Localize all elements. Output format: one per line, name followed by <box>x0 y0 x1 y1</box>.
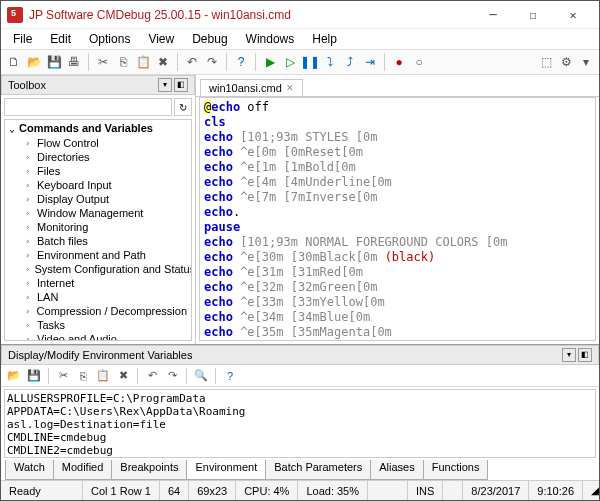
env-open-icon[interactable]: 📂 <box>5 367 23 385</box>
tree-item[interactable]: ›Keyboard Input <box>5 178 191 192</box>
tree-item[interactable]: ›Window Management <box>5 206 191 220</box>
tree-item[interactable]: ›Directories <box>5 150 191 164</box>
env-tab-functions[interactable]: Functions <box>423 460 489 480</box>
pause-icon[interactable]: ❚❚ <box>301 53 319 71</box>
tree-item[interactable]: ›LAN <box>5 290 191 304</box>
step-over-icon[interactable]: ⤴ <box>341 53 359 71</box>
toolbox-tree[interactable]: ⌄ Commands and Variables ›Flow Control›D… <box>4 119 192 341</box>
window-icon[interactable]: ⬚ <box>537 53 555 71</box>
menu-windows[interactable]: Windows <box>238 30 303 48</box>
expand-icon[interactable]: › <box>25 194 33 204</box>
tree-item[interactable]: ›Batch files <box>5 234 191 248</box>
env-find-icon[interactable]: 🔍 <box>192 367 210 385</box>
window-title: JP Software CMDebug 25.00.15 - win10ansi… <box>29 8 473 22</box>
copy-icon[interactable]: ⎘ <box>114 53 132 71</box>
help-icon[interactable]: ? <box>232 53 250 71</box>
env-delete-icon[interactable]: ✖ <box>114 367 132 385</box>
toolbox-filter-input[interactable] <box>4 98 172 116</box>
menu-view[interactable]: View <box>140 30 182 48</box>
run-icon[interactable]: ▶ <box>261 53 279 71</box>
panel-menu-icon[interactable]: ▾ <box>158 78 172 92</box>
env-help-icon[interactable]: ? <box>221 367 239 385</box>
open-icon[interactable]: 📂 <box>25 53 43 71</box>
run-alt-icon[interactable]: ▷ <box>281 53 299 71</box>
breakpoint-icon[interactable]: ○ <box>410 53 428 71</box>
tree-item[interactable]: ›Display Output <box>5 192 191 206</box>
stop-icon[interactable]: ● <box>390 53 408 71</box>
env-copy-icon[interactable]: ⎘ <box>74 367 92 385</box>
env-tab-environment[interactable]: Environment <box>186 460 266 480</box>
expand-icon[interactable]: › <box>25 222 33 232</box>
env-save-icon[interactable]: 💾 <box>25 367 43 385</box>
status-ready: Ready <box>1 481 83 500</box>
minimize-button[interactable]: ─ <box>473 1 513 29</box>
filter-clear-icon[interactable]: ↻ <box>174 98 192 116</box>
panel-menu-icon[interactable]: ▾ <box>562 348 576 362</box>
expand-icon[interactable]: › <box>25 208 33 218</box>
settings-icon[interactable]: ⚙ <box>557 53 575 71</box>
editor-tab[interactable]: win10ansi.cmd ✕ <box>200 79 303 96</box>
env-redo-icon[interactable]: ↷ <box>163 367 181 385</box>
tree-item[interactable]: ›Video and Audio <box>5 332 191 341</box>
close-button[interactable]: ✕ <box>553 1 593 29</box>
tree-item[interactable]: ›Compression / Decompression <box>5 304 191 318</box>
env-cut-icon[interactable]: ✂ <box>54 367 72 385</box>
tree-item-label: Display Output <box>37 193 109 205</box>
step-into-icon[interactable]: ⤵ <box>321 53 339 71</box>
maximize-button[interactable]: ☐ <box>513 1 553 29</box>
save-icon[interactable]: 💾 <box>45 53 63 71</box>
expand-icon[interactable]: › <box>25 306 33 316</box>
tree-item[interactable]: ›Tasks <box>5 318 191 332</box>
step-out-icon[interactable]: ⇥ <box>361 53 379 71</box>
expand-icon[interactable]: › <box>25 250 33 260</box>
tree-item[interactable]: ›System Configuration and Status <box>5 262 191 276</box>
env-tab-aliases[interactable]: Aliases <box>370 460 423 480</box>
expand-icon[interactable]: › <box>25 292 33 302</box>
tree-item[interactable]: ›Flow Control <box>5 136 191 150</box>
panel-pin-icon[interactable]: ◧ <box>174 78 188 92</box>
tree-item[interactable]: ›Files <box>5 164 191 178</box>
menu-help[interactable]: Help <box>304 30 345 48</box>
env-content[interactable]: ALLUSERSPROFILE=C:\ProgramData APPDATA=C… <box>4 389 596 458</box>
dropdown-icon[interactable]: ▾ <box>577 53 595 71</box>
expand-icon[interactable]: › <box>25 278 33 288</box>
print-icon[interactable]: 🖶 <box>65 53 83 71</box>
env-tab-watch[interactable]: Watch <box>5 460 54 480</box>
expand-icon[interactable]: › <box>25 334 33 341</box>
expand-icon[interactable]: › <box>25 138 33 148</box>
cut-icon[interactable]: ✂ <box>94 53 112 71</box>
env-tab-batch-parameters[interactable]: Batch Parameters <box>265 460 371 480</box>
tree-item-label: Window Management <box>37 207 143 219</box>
tree-item[interactable]: ›Internet <box>5 276 191 290</box>
menu-options[interactable]: Options <box>81 30 138 48</box>
delete-icon[interactable]: ✖ <box>154 53 172 71</box>
redo-icon[interactable]: ↷ <box>203 53 221 71</box>
undo-icon[interactable]: ↶ <box>183 53 201 71</box>
expand-icon[interactable]: › <box>25 152 33 162</box>
tree-item[interactable]: ›Monitoring <box>5 220 191 234</box>
env-paste-icon[interactable]: 📋 <box>94 367 112 385</box>
resize-grip-icon[interactable]: ◢ <box>583 481 599 500</box>
code-editor[interactable]: @echo offclsecho [101;93m STYLES [0mecho… <box>199 97 596 341</box>
main-toolbar: 🗋 📂 💾 🖶 ✂ ⎘ 📋 ✖ ↶ ↷ ? ▶ ▷ ❚❚ ⤵ ⤴ ⇥ ● ○ ⬚… <box>1 49 599 75</box>
tree-item[interactable]: ›Environment and Path <box>5 248 191 262</box>
expand-icon[interactable]: › <box>25 180 33 190</box>
expand-icon[interactable]: › <box>25 264 30 274</box>
env-tab-breakpoints[interactable]: Breakpoints <box>111 460 187 480</box>
tree-root[interactable]: ⌄ Commands and Variables <box>5 120 191 136</box>
menu-debug[interactable]: Debug <box>184 30 235 48</box>
collapse-icon[interactable]: ⌄ <box>9 123 15 134</box>
tree-item-label: Compression / Decompression <box>37 305 187 317</box>
panel-pin-icon[interactable]: ◧ <box>578 348 592 362</box>
env-tab-modified[interactable]: Modified <box>53 460 113 480</box>
expand-icon[interactable]: › <box>25 166 33 176</box>
tab-close-icon[interactable]: ✕ <box>286 83 294 93</box>
menu-file[interactable]: File <box>5 30 40 48</box>
new-icon[interactable]: 🗋 <box>5 53 23 71</box>
expand-icon[interactable]: › <box>25 320 33 330</box>
tree-item-label: Files <box>37 165 60 177</box>
env-undo-icon[interactable]: ↶ <box>143 367 161 385</box>
paste-icon[interactable]: 📋 <box>134 53 152 71</box>
expand-icon[interactable]: › <box>25 236 33 246</box>
menu-edit[interactable]: Edit <box>42 30 79 48</box>
